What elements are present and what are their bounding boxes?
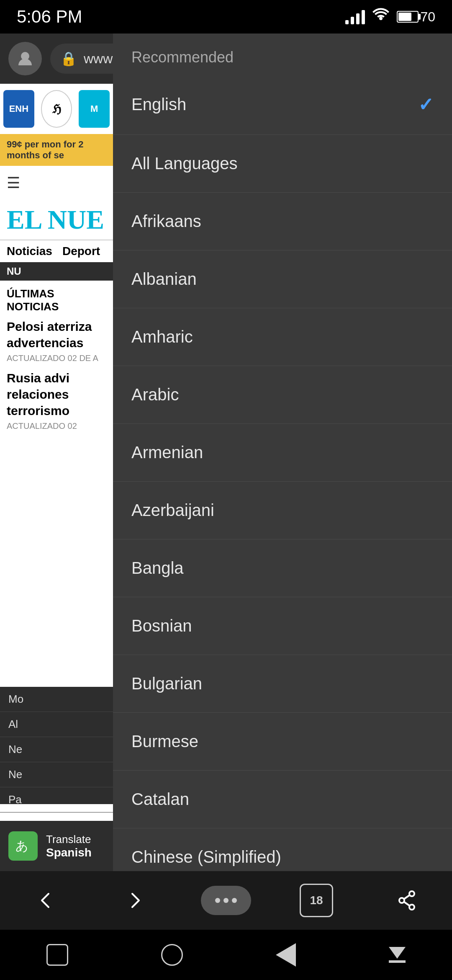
language-item-all[interactable]: All Languages [113, 135, 452, 193]
section-heading: ÚLTIMAS NOTICIAS [7, 287, 106, 313]
hamburger-menu-icon[interactable]: ☰ [0, 166, 113, 200]
language-item-bosnian[interactable]: Bosnian [113, 597, 452, 655]
selected-checkmark: ✓ [418, 94, 434, 115]
language-label-albanian: Albanian [131, 270, 197, 289]
language-dropdown[interactable]: Recommended English ✓ All Languages Afri… [113, 34, 452, 879]
language-item-albanian[interactable]: Albanian [113, 250, 452, 308]
bottom-nav: 18 [0, 871, 452, 930]
back-android-button[interactable] [276, 943, 296, 967]
language-label-amharic: Amharic [131, 328, 193, 346]
language-label-bulgarian: Bulgarian [131, 674, 202, 693]
language-label-all: All Languages [131, 154, 238, 173]
mini-popup-item-5[interactable]: Pa [0, 787, 117, 812]
mini-popup-item-2[interactable]: Al [0, 712, 117, 737]
language-item-armenian[interactable]: Armenian [113, 424, 452, 482]
article-date-1: ACTUALIZADO 02 DE A [7, 353, 106, 363]
language-item-bangla[interactable]: Bangla [113, 539, 452, 597]
more-options-button[interactable] [201, 884, 251, 917]
status-time: 5:06 PM [17, 7, 82, 27]
signal-bars-icon [345, 9, 365, 24]
language-item-arabic[interactable]: Arabic [113, 366, 452, 424]
article-headline-2: Rusia advi relaciones terrorismo [7, 370, 106, 419]
battery-level: 70 [420, 9, 435, 25]
download-button[interactable] [389, 947, 406, 963]
news-logos-row: ENH ℌ M [0, 84, 113, 134]
nav-deport[interactable]: Deport [62, 245, 100, 258]
news-section: ÚLTIMAS NOTICIAS Pelosi aterriza adverte… [0, 281, 113, 444]
translate-bar[interactable]: あ Translate Spanish [0, 821, 113, 871]
tab-count-badge: 18 [300, 884, 333, 917]
lock-icon: 🔒 [60, 51, 77, 67]
download-icon [389, 947, 406, 963]
status-bar: 5:06 PM 70 [0, 0, 452, 34]
recent-apps-button[interactable] [46, 944, 68, 966]
language-item-afrikaans[interactable]: Afrikaans [113, 193, 452, 250]
breaking-badge: NU [0, 262, 113, 281]
mini-popup: Mo Al Ne Ne Pa [0, 687, 117, 804]
article-date-2: ACTUALIZADO 02 [7, 421, 106, 431]
mini-popup-item-1[interactable]: Mo [0, 687, 117, 712]
translate-info: Translate Spanish [46, 833, 92, 859]
translate-icon: あ [8, 831, 38, 861]
dot-3 [232, 898, 237, 903]
language-item-amharic[interactable]: Amharic [113, 308, 452, 366]
language-item-burmese[interactable]: Burmese [113, 713, 452, 771]
dot-1 [215, 898, 220, 903]
mini-popup-item-3[interactable]: Ne [0, 737, 117, 762]
nav-items: Noticias Deport [0, 240, 113, 262]
site-title: EL NUE [0, 200, 113, 240]
tabs-button[interactable]: 18 [291, 884, 342, 917]
svg-text:あ: あ [15, 839, 28, 853]
recent-apps-icon [46, 944, 68, 966]
logo-herald: ℌ [41, 90, 72, 128]
wifi-icon [372, 8, 390, 26]
language-label-burmese: Burmese [131, 732, 198, 751]
ad-banner: 99¢ per mon for 2 months of se [0, 134, 113, 166]
language-label-arabic: Arabic [131, 385, 179, 404]
status-icons: 70 [345, 8, 435, 26]
home-button[interactable] [161, 944, 183, 966]
language-label-bosnian: Bosnian [131, 616, 192, 635]
battery-icon: 70 [397, 9, 435, 25]
language-label-catalan: Catalan [131, 790, 189, 809]
article-headline-1: Pelosi aterriza advertencias [7, 318, 106, 351]
svg-line-5 [404, 895, 410, 899]
language-item-azerbaijani[interactable]: Azerbaijani [113, 482, 452, 539]
home-bar [0, 930, 452, 980]
svg-line-6 [404, 902, 410, 906]
language-label-afrikaans: Afrikaans [131, 212, 201, 231]
nav-noticias[interactable]: Noticias [7, 245, 52, 258]
language-label-azerbaijani: Azerbaijani [131, 501, 214, 520]
language-label-english: English [131, 95, 186, 114]
logo-enh: ENH [3, 90, 34, 128]
language-label-armenian: Armenian [131, 443, 203, 462]
logo-m: M [79, 90, 110, 128]
back-button[interactable] [20, 884, 70, 917]
language-label-chinese-simplified: Chinese (Simplified) [131, 848, 281, 867]
back-icon [276, 943, 296, 967]
language-item-catalan[interactable]: Catalan [113, 771, 452, 828]
profile-button[interactable] [8, 42, 42, 75]
home-icon [161, 944, 183, 966]
dropdown-section-recommended: Recommended [113, 34, 452, 75]
language-item-bulgarian[interactable]: Bulgarian [113, 655, 452, 713]
language-item-english[interactable]: English ✓ [113, 75, 452, 135]
language-label-bangla: Bangla [131, 559, 184, 578]
forward-button[interactable] [110, 884, 161, 917]
mini-popup-item-4[interactable]: Ne [0, 762, 117, 787]
dot-2 [223, 898, 229, 903]
share-button[interactable] [382, 884, 432, 917]
